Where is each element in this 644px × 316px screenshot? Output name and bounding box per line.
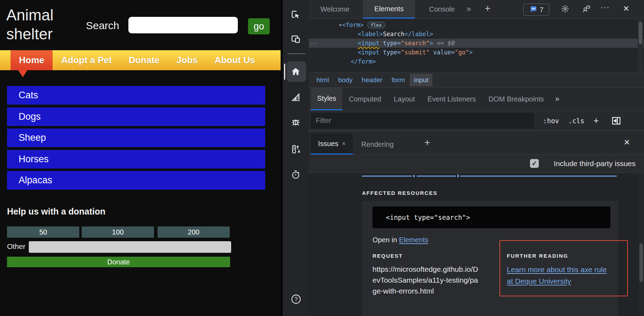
help-icon[interactable]: ? [290,294,301,304]
styles-filter-row: :hov .cls + [309,111,644,131]
issues-toolbar: ✓ Include third-party issues [309,154,644,173]
tab-welcome[interactable]: Welcome [316,0,354,19]
home-active-indicator [284,64,285,80]
flex-badge[interactable]: flex [367,22,385,28]
tab-dom-breakpoints[interactable]: DOM Breakpoints [482,88,550,110]
page-title-line1: Animal [6,6,54,24]
add-tab-button[interactable]: + [485,3,490,14]
issues-counter-badge[interactable]: 7 [523,4,549,16]
close-issues-tab-icon[interactable]: × [342,140,346,147]
more-options-button[interactable]: ⋯ [601,2,610,13]
activity-bar-divider [288,53,305,54]
animal-shelter-page: Animalshelter Search go Home Adopt a Pet… [0,0,281,316]
affected-element-code: <input type="search"> [373,206,610,228]
request-heading: REQUEST [373,253,485,259]
elements-scrollbar[interactable] [638,20,643,72]
code-line-label[interactable]: <label>Search</label> [309,29,644,39]
toggle-class-button[interactable]: .cls [568,111,584,131]
nav-item-donate[interactable]: Donate [120,50,168,70]
close-devtools-button[interactable]: ✕ [623,4,629,13]
other-amount-label: Other [7,242,26,251]
toggle-sidebar-icon[interactable] [611,111,622,131]
category-button-horses[interactable]: Horses [7,150,265,169]
search-label: Search [84,20,119,32]
code-line-input-submit[interactable]: <input type="submit" value="go"> [309,48,644,57]
code-line-input-search-selected[interactable]: <input type="search"> == $0 [309,39,644,48]
donate-button[interactable]: Donate [7,257,230,267]
page-title: Animalshelter [6,6,54,44]
styles-tabbar: Styles Computed Layout Event Listeners D… [309,88,644,111]
bug-icon[interactable] [290,117,301,127]
other-amount-input[interactable] [29,241,231,253]
breadcrumb-header[interactable]: header [362,76,382,84]
page-title-line2: shelter [6,25,53,42]
code-line-form-close[interactable]: </form> [309,57,644,66]
clipped-link-line [417,176,456,177]
category-button-cats[interactable]: Cats [7,86,265,105]
settings-gear-icon[interactable] [561,4,570,15]
category-button-dogs[interactable]: Dogs [7,107,265,126]
feedback-icon[interactable] [582,5,591,16]
nav-item-adopt[interactable]: Adopt a Pet [53,50,120,70]
request-url: https://microsoftedge.github.io/DevTools… [373,264,481,296]
affected-resources-heading: AFFECTED RESOURCES [362,190,437,196]
home-icon[interactable] [290,66,301,77]
affected-resource-card: <input type="search"> Open in Elements R… [362,201,618,316]
open-in-elements-link[interactable]: Elements [399,236,428,244]
search-input[interactable] [128,17,238,33]
issues-count: 7 [540,6,544,14]
code-line-form-open[interactable]: ▾<form>flex [309,20,644,29]
nav-item-jobs[interactable]: Jobs [168,50,206,70]
third-party-checkbox[interactable]: ✓ [530,159,539,168]
issues-chat-icon [529,5,538,15]
nav-item-about[interactable]: About Us [206,50,264,70]
clipped-link-line [460,176,617,177]
clipped-link-descender [457,175,459,177]
breadcrumb-form[interactable]: form [391,76,405,84]
breadcrumb-input[interactable]: input [410,74,432,86]
tab-console[interactable]: Console [424,0,459,19]
tab-styles[interactable]: Styles [311,88,342,110]
tab-layout[interactable]: Layout [388,88,421,110]
tab-computed[interactable]: Computed [342,88,387,110]
further-reading-section: FURTHER READING Learn more about this ax… [507,253,612,287]
new-style-rule-button[interactable]: + [593,111,599,131]
measure-ruler-icon[interactable] [290,92,301,103]
stopwatch-icon[interactable] [290,169,301,180]
breadcrumb-body[interactable]: body [338,76,353,84]
tab-rendering[interactable]: Rendering [361,134,394,155]
nav-item-home[interactable]: Home [11,50,53,70]
amount-button-50[interactable]: 50 [7,226,79,238]
go-button[interactable]: go [248,18,270,34]
close-drawer-button[interactable]: ✕ [624,138,630,147]
dom-breadcrumb: html body header form input [309,72,644,88]
more-tabs-button[interactable]: » [467,4,471,14]
device-toolbar-icon[interactable] [290,34,301,44]
drawer-tabbar: Issues× Rendering + ✕ [309,131,644,154]
tab-issues[interactable]: Issues× [311,134,353,155]
sort-order-icon[interactable] [290,144,301,154]
category-button-sheep[interactable]: Sheep [7,129,265,147]
styles-more-tabs-button[interactable]: » [550,88,564,110]
amount-button-200[interactable]: 200 [157,226,230,238]
deque-university-link[interactable]: Learn more about this axe rule at Deque … [507,264,609,287]
category-button-alpacas[interactable]: Alpacas [7,171,265,190]
issue-gutter-dots-icon[interactable]: ⋯ [311,39,317,48]
add-drawer-tab-button[interactable]: + [424,137,430,148]
amount-button-100[interactable]: 100 [82,226,154,238]
breadcrumb-html[interactable]: html [316,76,329,84]
third-party-checkbox-label[interactable]: Include third-party issues [554,159,636,168]
request-section: REQUEST https://microsoftedge.github.io/… [373,253,485,296]
tab-event-listeners[interactable]: Event Listeners [421,88,482,110]
tab-elements[interactable]: Elements [363,0,415,19]
main-nav: Home Adopt a Pet Donate Jobs About Us [0,50,281,70]
issue-details: AFFECTED RESOURCES <input type="search">… [309,173,644,316]
active-nav-pointer-icon [18,70,27,77]
further-reading-heading: FURTHER READING [507,253,612,259]
open-in-line: Open in Elements [373,236,428,244]
issues-scrollbar[interactable] [638,173,644,316]
styles-filter-input[interactable] [311,113,534,129]
toggle-hover-state-button[interactable]: :hov [543,111,559,131]
inspect-cursor-icon[interactable] [290,9,301,20]
expand-arrow-icon[interactable]: ▾ [338,21,342,28]
